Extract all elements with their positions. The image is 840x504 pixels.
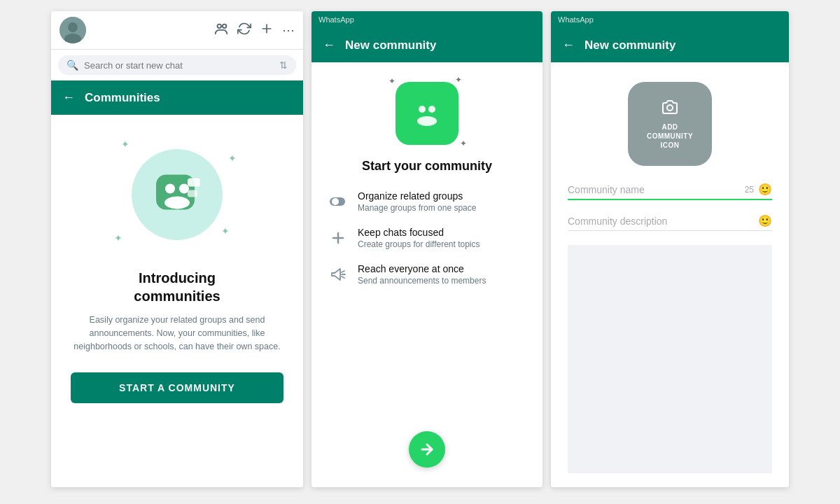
desc-input-row: 🙂	[568, 214, 772, 231]
start-community-title: Start your community	[362, 159, 492, 174]
plus-icon	[328, 228, 348, 248]
communities-header: ← Communities	[51, 80, 303, 115]
mid-panel: WhatsApp ← New community ✦ ✦ ✦ Start you…	[312, 11, 542, 487]
search-icon: 🔍	[66, 59, 78, 71]
communities-title: Communities	[85, 91, 160, 105]
mid-wa-topbar: WhatsApp	[312, 11, 542, 28]
search-input[interactable]	[84, 60, 274, 71]
announce-icon	[328, 265, 348, 284]
more-menu-icon[interactable]: ⋯	[282, 22, 295, 38]
svg-point-9	[179, 184, 189, 194]
feature-text-1: Organize related groups Manage groups fr…	[358, 190, 476, 213]
feature-text-3: Reach everyone at once Send announcement…	[358, 263, 486, 286]
svg-point-4	[223, 24, 227, 28]
communities-intro-title: Introducingcommunities	[134, 269, 220, 305]
feature-item-3: Reach everyone at once Send announcement…	[328, 263, 526, 286]
feature-sub-3: Send announcements to members	[358, 276, 486, 286]
megaphone-illustration	[149, 168, 205, 217]
mid-header-title: New community	[345, 38, 436, 52]
topbar-icons: ⋯	[214, 21, 295, 40]
sparkle-4: ✦	[221, 225, 230, 237]
feature-title-3: Reach everyone at once	[358, 263, 486, 274]
svg-line-20	[342, 271, 344, 272]
emoji-button-desc[interactable]: 🙂	[758, 214, 772, 227]
feature-sub-2: Create groups for different topics	[358, 239, 480, 249]
community-icon-bg	[396, 82, 458, 145]
svg-point-1	[68, 22, 78, 32]
svg-point-17	[332, 198, 339, 205]
community-desc-input[interactable]	[568, 216, 754, 227]
refresh-icon[interactable]	[237, 22, 251, 39]
feature-item-1: Organize related groups Manage groups fr…	[328, 190, 526, 213]
arrow-right-icon	[419, 441, 435, 458]
sparkle-bottom-right: ✦	[460, 139, 467, 148]
right-new-community-header: ← New community	[551, 28, 789, 62]
toggle-icon	[328, 192, 348, 211]
illustration: ✦ ✦ ✦ ✦	[107, 132, 247, 258]
feature-text-2: Keep chats focused Create groups for dif…	[358, 227, 480, 249]
filter-icon[interactable]: ⇅	[279, 59, 288, 71]
community-icon-wrapper: ✦ ✦ ✦	[396, 82, 458, 145]
feature-sub-1: Manage groups from one space	[358, 203, 476, 213]
communities-icon[interactable]	[214, 21, 229, 40]
community-desc-field: 🙂	[568, 214, 772, 231]
start-community-button[interactable]: START A COMMUNITY	[71, 372, 284, 403]
feature-list: Organize related groups Manage groups fr…	[328, 190, 526, 286]
sparkle-top-right: ✦	[455, 75, 462, 85]
right-back-arrow[interactable]: ←	[562, 38, 575, 52]
communities-body: ✦ ✦ ✦ ✦ Introducingcommunities Easily or…	[51, 115, 303, 487]
svg-point-13	[419, 106, 426, 113]
sparkle-top-left: ✦	[388, 76, 396, 86]
groups-icon	[412, 98, 442, 129]
svg-point-10	[164, 197, 190, 209]
chat-list-bar: ⋯	[51, 11, 303, 50]
back-arrow-left[interactable]: ←	[62, 90, 75, 105]
new-chat-icon[interactable]	[260, 22, 274, 39]
feature-title-1: Organize related groups	[358, 190, 476, 202]
camera-svg	[661, 99, 679, 114]
left-panel: ⋯ 🔍 ⇅ ← Communities ✦	[51, 11, 303, 487]
avatar[interactable]	[59, 17, 86, 43]
right-wa-topbar: WhatsApp	[551, 11, 789, 28]
communities-intro-desc: Easily organize your related groups and …	[71, 314, 284, 353]
char-count: 25	[745, 185, 754, 195]
add-icon-label: ADDCOMMUNITYICON	[647, 122, 693, 150]
sparkle-2: ✦	[228, 153, 237, 164]
svg-point-14	[428, 106, 435, 113]
mid-back-arrow[interactable]: ←	[323, 38, 335, 52]
camera-icon	[661, 99, 679, 118]
emoji-button-name[interactable]: 🙂	[758, 183, 772, 196]
feature-item-2: Keep chats focused Create groups for dif…	[328, 227, 526, 249]
community-name-field: 25 🙂	[568, 183, 772, 200]
sparkle-1: ✦	[121, 139, 130, 150]
bottom-gray-area	[568, 245, 772, 473]
new-community-body: ✦ ✦ ✦ Start your community Organize rela…	[312, 62, 542, 487]
right-panel: WhatsApp ← New community ADDCOMMUNITYICO…	[551, 11, 789, 487]
sparkle-3: ✦	[114, 232, 122, 244]
svg-point-15	[417, 116, 437, 126]
right-header-title: New community	[584, 38, 676, 52]
svg-point-24	[667, 105, 673, 111]
svg-rect-12	[188, 190, 197, 197]
add-community-icon-button[interactable]: ADDCOMMUNITYICON	[628, 82, 712, 166]
form-body: ADDCOMMUNITYICON 25 🙂 🙂	[551, 62, 789, 487]
search-bar: 🔍 ⇅	[58, 55, 296, 75]
svg-line-22	[342, 276, 344, 278]
name-input-row: 25 🙂	[568, 183, 772, 200]
mid-new-community-header: ← New community	[312, 28, 542, 62]
community-name-input[interactable]	[568, 184, 741, 195]
svg-rect-11	[188, 178, 200, 187]
svg-point-3	[218, 24, 222, 28]
svg-point-8	[165, 184, 175, 194]
next-fab-button[interactable]	[409, 431, 445, 468]
feature-title-2: Keep chats focused	[358, 227, 480, 238]
